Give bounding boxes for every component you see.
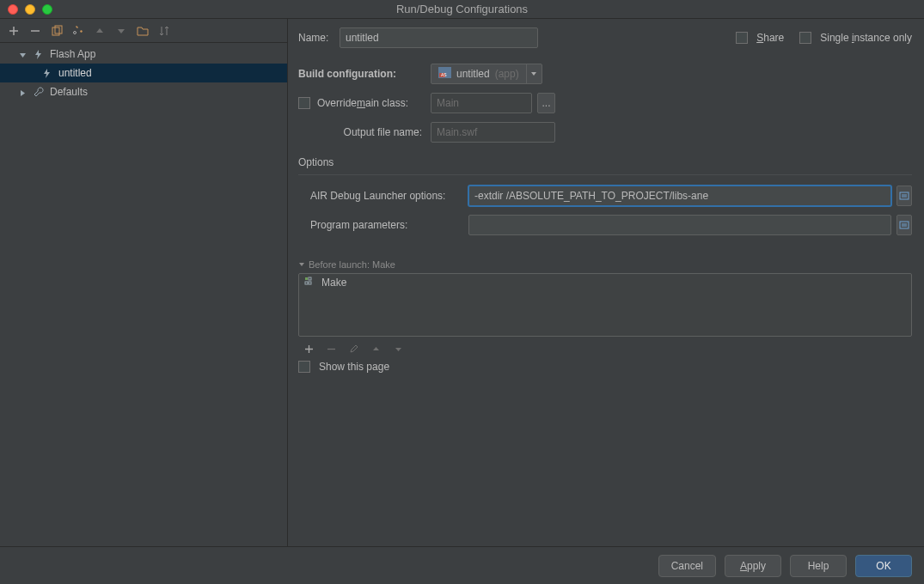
config-tree: Flash App untitled Defaults bbox=[0, 43, 287, 546]
main-class-input: Main bbox=[431, 93, 532, 113]
override-label-mnemonic: m bbox=[357, 97, 365, 109]
single-instance-checkbox[interactable]: Single instance only bbox=[799, 32, 912, 44]
svg-rect-11 bbox=[309, 282, 311, 284]
svg-rect-0 bbox=[52, 27, 59, 35]
expand-field-button[interactable] bbox=[896, 186, 912, 206]
folder-icon[interactable] bbox=[136, 24, 150, 38]
remove-icon[interactable] bbox=[28, 24, 42, 38]
chevron-down-icon bbox=[526, 64, 542, 83]
override-main-checkbox[interactable] bbox=[298, 97, 310, 109]
ok-button[interactable]: OK bbox=[855, 555, 912, 577]
svg-point-2 bbox=[74, 31, 76, 33]
name-label: Name: bbox=[298, 32, 340, 44]
make-item-label: Make bbox=[321, 277, 346, 289]
copy-icon[interactable] bbox=[50, 24, 64, 38]
output-file-label: Output file name: bbox=[298, 126, 431, 138]
build-config-suffix: (app) bbox=[495, 68, 519, 80]
chevron-down-icon[interactable] bbox=[298, 259, 305, 270]
svg-rect-6 bbox=[900, 192, 909, 199]
tree-label: Defaults bbox=[48, 86, 88, 98]
program-params-label: Program parameters: bbox=[298, 219, 468, 231]
tree-item-flash-app[interactable]: Flash App bbox=[0, 45, 287, 64]
chevron-right-icon bbox=[19, 88, 28, 96]
svg-rect-7 bbox=[900, 222, 909, 228]
share-checkbox[interactable]: Share bbox=[736, 32, 784, 44]
svg-text:AS: AS bbox=[441, 72, 447, 77]
sidebar: Flash App untitled Defaults bbox=[0, 19, 288, 546]
titlebar: Run/Debug Configurations bbox=[0, 0, 924, 19]
before-launch-section: Before launch: Make Make bbox=[298, 259, 912, 373]
sort-icon[interactable] bbox=[157, 24, 171, 38]
wrench-icon bbox=[31, 85, 45, 99]
before-launch-label: Before launch: Make bbox=[309, 259, 395, 270]
form-area: Name: Share Single instance only Build c… bbox=[288, 19, 924, 546]
list-item[interactable]: Make bbox=[299, 274, 911, 291]
show-this-page-checkbox[interactable]: Show this page bbox=[298, 361, 912, 373]
override-main-label: Override main class: bbox=[298, 97, 431, 109]
add-icon[interactable] bbox=[7, 24, 21, 38]
main-area: Flash App untitled Defaults Name: bbox=[0, 19, 924, 546]
cancel-button[interactable]: Cancel bbox=[658, 555, 716, 577]
checkbox-icon bbox=[736, 32, 748, 44]
as-icon: AS bbox=[438, 67, 451, 81]
build-config-value: untitled bbox=[456, 68, 490, 80]
chevron-down-icon bbox=[19, 50, 28, 58]
build-config-combo[interactable]: AS untitled (app) bbox=[431, 64, 542, 84]
sidebar-toolbar bbox=[0, 19, 287, 43]
svg-rect-10 bbox=[305, 282, 308, 284]
override-label-post: ain class: bbox=[365, 97, 408, 109]
svg-rect-1 bbox=[55, 26, 62, 33]
move-up-icon[interactable] bbox=[93, 24, 107, 38]
override-label-pre: Override bbox=[317, 97, 357, 109]
options-label: Options bbox=[298, 156, 912, 168]
browse-main-class-button[interactable]: ... bbox=[537, 93, 555, 113]
options-box: AIR Debug Launcher options: Program para… bbox=[298, 174, 912, 242]
single-instance-pre: Single bbox=[820, 32, 852, 44]
move-down-icon[interactable] bbox=[391, 342, 405, 356]
move-up-icon[interactable] bbox=[369, 342, 382, 356]
move-down-icon[interactable] bbox=[114, 24, 128, 38]
before-launch-list[interactable]: Make bbox=[298, 273, 912, 337]
name-input[interactable] bbox=[340, 27, 538, 48]
apply-button[interactable]: Apply bbox=[725, 555, 781, 577]
svg-rect-8 bbox=[305, 277, 308, 280]
checkbox-icon bbox=[799, 32, 811, 44]
window-title: Run/Debug Configurations bbox=[0, 3, 924, 15]
checkbox-icon bbox=[298, 361, 310, 373]
expand-field-button[interactable] bbox=[896, 215, 912, 235]
program-params-input[interactable] bbox=[468, 215, 891, 235]
single-instance-post: nstance only bbox=[854, 32, 912, 44]
share-label-rest: hare bbox=[763, 32, 784, 44]
before-launch-toolbar bbox=[298, 337, 912, 361]
remove-icon[interactable] bbox=[324, 342, 338, 356]
make-icon bbox=[304, 277, 316, 289]
tree-item-untitled[interactable]: untitled bbox=[0, 64, 287, 82]
svg-rect-9 bbox=[309, 277, 311, 280]
edit-icon[interactable] bbox=[346, 342, 360, 356]
tree-item-defaults[interactable]: Defaults bbox=[0, 82, 287, 101]
output-file-input: Main.swf bbox=[431, 122, 555, 143]
build-config-label: Build configuration: bbox=[298, 68, 431, 80]
tree-label: Flash App bbox=[48, 48, 95, 60]
button-bar: Cancel Apply Help OK bbox=[0, 546, 924, 584]
flash-icon bbox=[40, 66, 53, 80]
share-label-mnemonic: S bbox=[756, 32, 763, 44]
edit-defaults-icon[interactable] bbox=[71, 24, 85, 38]
adl-options-label: AIR Debug Launcher options: bbox=[298, 190, 468, 202]
adl-options-input[interactable] bbox=[468, 186, 891, 206]
tree-label: untitled bbox=[57, 67, 92, 79]
help-button[interactable]: Help bbox=[790, 555, 847, 577]
flash-icon bbox=[31, 47, 45, 61]
add-icon[interactable] bbox=[302, 342, 315, 356]
show-this-page-label: Show this page bbox=[319, 361, 389, 373]
